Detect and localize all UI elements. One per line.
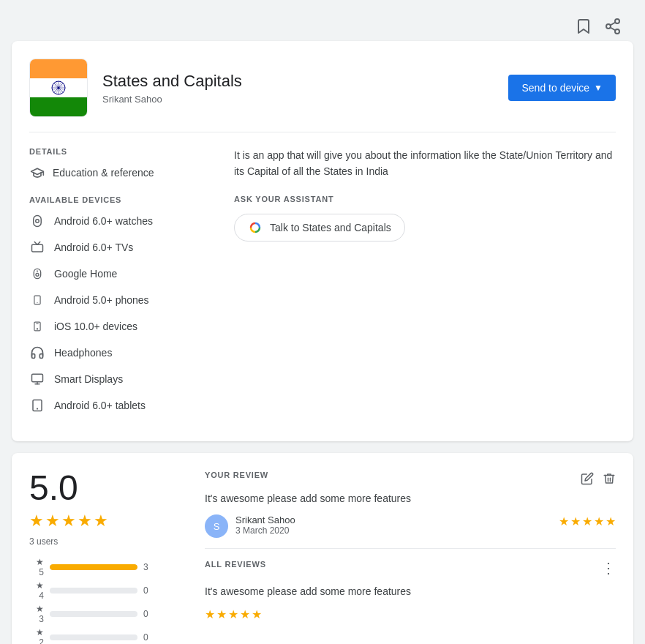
bar-count-2: 0: [143, 632, 148, 643]
send-button-label: Send to device: [521, 82, 589, 94]
svg-rect-17: [34, 216, 42, 227]
svg-point-27: [37, 329, 37, 329]
left-column: DETAILS Education & reference AVAILABLE …: [29, 147, 205, 424]
reviewer-info: Srikant Sahoo 3 March 2020: [235, 514, 551, 536]
star-4: ★: [78, 512, 92, 531]
headphones-icon: [29, 345, 45, 361]
device-label-home: Google Home: [54, 268, 117, 280]
bar-count-3: 0: [143, 609, 148, 619]
review-divider: [205, 548, 616, 549]
device-label-watches: Android 6.0+ watches: [54, 215, 153, 227]
category-item: Education & reference: [29, 165, 205, 181]
section-divider: [29, 132, 616, 132]
rating-bars: ★ 5 3 ★ 4 0: [29, 557, 176, 644]
bar-track-5: [50, 564, 137, 570]
delete-icon: [603, 472, 616, 485]
svg-rect-19: [32, 244, 43, 252]
star-2: ★: [45, 512, 60, 531]
phone-icon: [29, 292, 45, 308]
svg-rect-28: [32, 374, 43, 382]
right-column: It is an app that will give you about th…: [234, 147, 616, 424]
star-3: ★: [61, 512, 76, 531]
flag-green-stripe: [30, 97, 87, 116]
next-review-stars: ★ ★ ★ ★ ★: [205, 607, 616, 621]
assistant-button-label: Talk to States and Capitals: [270, 222, 391, 233]
bar-track-3: [50, 611, 137, 617]
app-icon: [29, 59, 88, 117]
app-author: Srikant Sahoo: [102, 94, 494, 105]
next-star-5: ★: [252, 607, 262, 621]
next-star-4: ★: [240, 607, 250, 621]
app-info: States and Capitals Srikant Sahoo: [102, 72, 494, 105]
review-star-5: ★: [606, 514, 616, 528]
home-speaker-icon: [29, 266, 45, 282]
smart-display-icon: [29, 371, 45, 387]
reviewer-avatar: S: [205, 514, 228, 538]
star-5: ★: [94, 512, 108, 531]
bookmark-icon: [575, 18, 592, 35]
share-button[interactable]: [604, 18, 622, 35]
edit-review-button[interactable]: [581, 471, 594, 486]
delete-review-button[interactable]: [603, 471, 616, 486]
app-info-card: States and Capitals Srikant Sahoo Send t…: [12, 41, 633, 441]
details-label: DETAILS: [29, 147, 205, 156]
device-label-ios: iOS 10.0+ devices: [54, 321, 137, 332]
your-review-label: YOUR REVIEW: [205, 471, 268, 479]
bar-fill-5: [50, 564, 137, 570]
device-label-tvs: Android 6.0+ TVs: [54, 242, 133, 253]
ios-device-icon: [29, 318, 45, 334]
more-options-button[interactable]: ⋮: [601, 559, 616, 577]
reviewer-name: Srikant Sahoo: [235, 514, 551, 525]
rating-score: 5.0: [29, 471, 176, 506]
device-item-smart-displays: Smart Displays: [29, 371, 205, 387]
bar-row-4: ★ 4 0: [29, 580, 176, 601]
details-layout: DETAILS Education & reference AVAILABLE …: [29, 147, 616, 424]
rating-stars: ★ ★ ★ ★ ★: [29, 512, 176, 531]
next-star-1: ★: [205, 607, 215, 621]
bar-count-4: 0: [143, 585, 148, 596]
all-reviews-first-text: It's awesome please add some more featur…: [205, 585, 616, 597]
bar-label-5: ★ 5: [29, 557, 44, 577]
device-label-headphones: Headphones: [54, 347, 112, 359]
svg-point-21: [36, 273, 39, 276]
bar-label-3: ★ 3: [29, 604, 44, 624]
available-devices-label: AVAILABLE DEVICES: [29, 195, 205, 204]
send-to-device-button[interactable]: Send to device ▼: [508, 75, 616, 101]
talk-to-action-button[interactable]: Talk to States and Capitals: [234, 214, 405, 242]
all-reviews-label: ALL REVIEWS: [205, 560, 266, 569]
share-icon: [604, 18, 622, 35]
bar-label-4: ★ 4: [29, 580, 44, 601]
device-item-headphones: Headphones: [29, 345, 205, 361]
svg-point-18: [36, 220, 39, 223]
google-assistant-icon: [248, 220, 263, 235]
device-item-home: Google Home: [29, 266, 205, 282]
review-star-4: ★: [594, 514, 604, 528]
users-count: 3 users: [29, 536, 176, 547]
ashoka-chakra-icon: [51, 80, 66, 95]
device-item-tablets: Android 6.0+ tablets: [29, 397, 205, 413]
flag-white-stripe: [30, 78, 87, 97]
bar-row-5: ★ 5 3: [29, 557, 176, 577]
tv-icon: [29, 239, 45, 255]
svg-line-4: [611, 23, 616, 26]
your-review-text: It's awesome please add some more featur…: [205, 493, 616, 504]
your-review-header-row: YOUR REVIEW: [205, 471, 616, 487]
dropdown-arrow-icon: ▼: [594, 83, 603, 93]
bar-track-2: [50, 634, 137, 640]
device-item-watches: Android 6.0+ watches: [29, 213, 205, 229]
rating-left: 5.0 ★ ★ ★ ★ ★ 3 users ★ 5 3: [29, 471, 176, 644]
bar-count-5: 3: [143, 562, 148, 572]
bookmark-button[interactable]: [575, 18, 592, 35]
flag-orange-stripe: [30, 59, 87, 78]
bar-row-2: ★ 2 0: [29, 627, 176, 644]
bar-row-3: ★ 3 0: [29, 604, 176, 624]
device-label-tablets: Android 6.0+ tablets: [54, 400, 146, 411]
top-actions: [12, 12, 633, 41]
education-icon: [29, 165, 45, 181]
all-reviews-header: ALL REVIEWS ⋮: [205, 559, 616, 577]
device-label-smart-displays: Smart Displays: [54, 373, 123, 385]
review-star-1: ★: [559, 514, 569, 528]
app-header: States and Capitals Srikant Sahoo Send t…: [29, 59, 616, 117]
bar-track-4: [50, 588, 137, 594]
review-star-3: ★: [582, 514, 592, 528]
